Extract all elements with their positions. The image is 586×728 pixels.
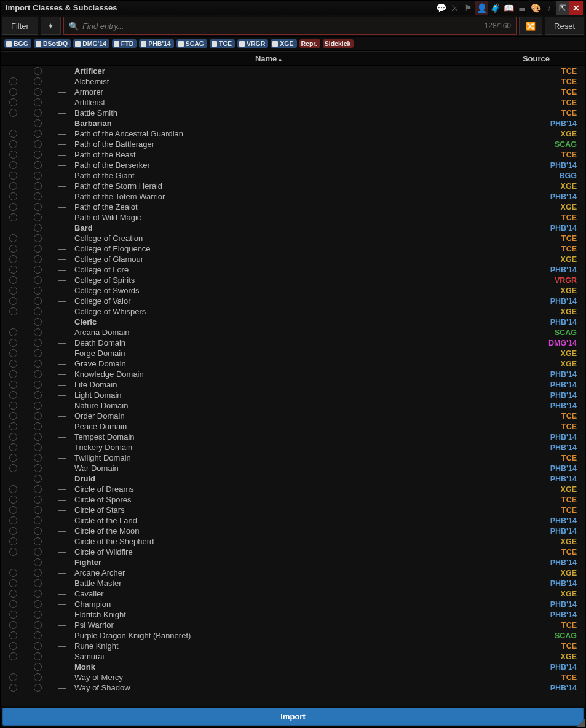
select-radio[interactable] bbox=[34, 558, 42, 566]
select-radio[interactable] bbox=[34, 245, 42, 253]
list-row[interactable]: —Twilight DomainTCE bbox=[1, 453, 585, 463]
list-row[interactable]: —Light DomainPHB'14 bbox=[1, 390, 585, 400]
list-row[interactable]: —SamuraiXGE bbox=[1, 651, 585, 662]
select-radio[interactable] bbox=[34, 182, 42, 190]
list-row[interactable]: BardPHB'14 bbox=[1, 223, 585, 233]
list-row[interactable]: ClericPHB'14 bbox=[1, 317, 585, 327]
select-radio[interactable] bbox=[9, 496, 17, 504]
select-radio[interactable] bbox=[34, 496, 42, 504]
list-row[interactable]: —Path of the BeastTCE bbox=[1, 149, 585, 160]
select-radio[interactable] bbox=[9, 402, 17, 410]
select-radio[interactable] bbox=[9, 422, 17, 430]
select-radio[interactable] bbox=[9, 245, 17, 253]
list-row[interactable]: —College of SpiritsVRGR bbox=[1, 275, 585, 285]
select-radio[interactable] bbox=[9, 506, 17, 514]
shuffle-icon[interactable]: 🔀 bbox=[519, 17, 542, 35]
list-row[interactable]: MonkPHB'14 bbox=[1, 662, 585, 672]
list-row[interactable]: —Arcana DomainSCAG bbox=[1, 327, 585, 338]
select-radio[interactable] bbox=[34, 527, 42, 535]
list-row[interactable]: ArtificerTCE bbox=[1, 66, 585, 76]
select-radio[interactable] bbox=[34, 328, 42, 336]
select-radio[interactable] bbox=[34, 266, 42, 274]
select-radio[interactable] bbox=[34, 506, 42, 514]
select-radio[interactable] bbox=[9, 360, 17, 368]
list-row[interactable]: —Tempest DomainPHB'14 bbox=[1, 432, 585, 442]
list-row[interactable]: —College of EloquenceTCE bbox=[1, 243, 585, 254]
select-radio[interactable] bbox=[34, 412, 42, 420]
select-radio[interactable] bbox=[9, 88, 17, 96]
select-radio[interactable] bbox=[34, 464, 42, 472]
list-row[interactable]: —Path of the ZealotXGE bbox=[1, 202, 585, 212]
select-radio[interactable] bbox=[34, 485, 42, 493]
list-row[interactable]: —Circle of SporesTCE bbox=[1, 494, 585, 505]
list-row[interactable]: —Nature DomainPHB'14 bbox=[1, 400, 585, 411]
select-radio[interactable] bbox=[9, 652, 17, 660]
chat-icon[interactable]: 💬 bbox=[434, 1, 448, 15]
list-row[interactable]: —Circle of StarsTCE bbox=[1, 505, 585, 515]
select-radio[interactable] bbox=[34, 370, 42, 378]
select-radio[interactable] bbox=[34, 192, 42, 200]
select-radio[interactable] bbox=[9, 381, 17, 389]
select-radio[interactable] bbox=[9, 307, 17, 315]
select-radio[interactable] bbox=[34, 67, 42, 75]
list-row[interactable]: —Circle of the LandPHB'14 bbox=[1, 515, 585, 526]
select-radio[interactable] bbox=[9, 255, 17, 263]
select-radio[interactable] bbox=[9, 621, 17, 629]
list-row[interactable]: —College of GlamourXGE bbox=[1, 254, 585, 264]
list-icon[interactable]: ≣ bbox=[515, 1, 529, 15]
filter-pill-tce[interactable]: TCE bbox=[210, 39, 235, 48]
select-radio[interactable] bbox=[34, 611, 42, 619]
list-row[interactable]: —Path of the Ancestral GuardianXGE bbox=[1, 129, 585, 139]
select-radio[interactable] bbox=[34, 443, 42, 451]
list-row[interactable]: —College of WhispersXGE bbox=[1, 306, 585, 317]
flag-icon[interactable]: ⚑ bbox=[461, 1, 475, 15]
close-icon[interactable]: ✕ bbox=[569, 1, 583, 15]
select-radio[interactable] bbox=[34, 318, 42, 326]
reset-button[interactable]: Reset bbox=[545, 17, 584, 35]
list-row[interactable]: —Battle SmithTCE bbox=[1, 108, 585, 118]
list-row[interactable]: —Death DomainDMG'14 bbox=[1, 338, 585, 348]
list-row[interactable]: —Battle MasterPHB'14 bbox=[1, 578, 585, 588]
swords-icon[interactable]: ⚔ bbox=[448, 1, 461, 15]
list-row[interactable]: —Circle of the MoonPHB'14 bbox=[1, 526, 585, 536]
select-radio[interactable] bbox=[34, 537, 42, 545]
user-icon[interactable]: 👤 bbox=[475, 1, 488, 15]
list-row[interactable]: —Forge DomainXGE bbox=[1, 348, 585, 358]
select-radio[interactable] bbox=[34, 652, 42, 660]
select-radio[interactable] bbox=[9, 569, 17, 577]
select-radio[interactable] bbox=[34, 140, 42, 148]
select-radio[interactable] bbox=[34, 381, 42, 389]
select-radio[interactable] bbox=[34, 631, 42, 639]
select-radio[interactable] bbox=[34, 349, 42, 357]
list-row[interactable]: —Circle of WildfireTCE bbox=[1, 547, 585, 557]
list-row[interactable]: —ChampionPHB'14 bbox=[1, 599, 585, 609]
select-radio[interactable] bbox=[9, 339, 17, 347]
list-row[interactable]: —College of LorePHB'14 bbox=[1, 264, 585, 275]
select-radio[interactable] bbox=[34, 621, 42, 629]
select-radio[interactable] bbox=[9, 391, 17, 399]
list-row[interactable]: —War DomainPHB'14 bbox=[1, 463, 585, 473]
select-radio[interactable] bbox=[9, 631, 17, 639]
list-row[interactable]: DruidPHB'14 bbox=[1, 473, 585, 484]
select-radio[interactable] bbox=[9, 109, 17, 117]
list-row[interactable]: —AlchemistTCE bbox=[1, 76, 585, 87]
resize-handle[interactable] bbox=[577, 719, 585, 727]
list-row[interactable]: —Grave DomainXGE bbox=[1, 358, 585, 369]
list-row[interactable]: —Path of the GiantBGG bbox=[1, 170, 585, 181]
select-radio[interactable] bbox=[9, 642, 17, 650]
select-radio[interactable] bbox=[34, 203, 42, 211]
filter-pill-vrgr[interactable]: VRGR bbox=[237, 39, 268, 48]
select-radio[interactable] bbox=[9, 192, 17, 200]
select-radio[interactable] bbox=[9, 485, 17, 493]
select-radio[interactable] bbox=[9, 454, 17, 462]
list-row[interactable]: —Path of the BattleragerSCAG bbox=[1, 139, 585, 149]
select-radio[interactable] bbox=[34, 88, 42, 96]
list-row[interactable]: —Way of ShadowPHB'14 bbox=[1, 682, 585, 693]
list-row[interactable]: —Knowledge DomainPHB'14 bbox=[1, 369, 585, 379]
select-radio[interactable] bbox=[34, 422, 42, 430]
select-radio[interactable] bbox=[9, 151, 17, 159]
select-radio[interactable] bbox=[34, 475, 42, 483]
list-row[interactable]: —CavalierXGE bbox=[1, 588, 585, 599]
select-radio[interactable] bbox=[34, 276, 42, 284]
list-row[interactable]: —Trickery DomainPHB'14 bbox=[1, 442, 585, 453]
